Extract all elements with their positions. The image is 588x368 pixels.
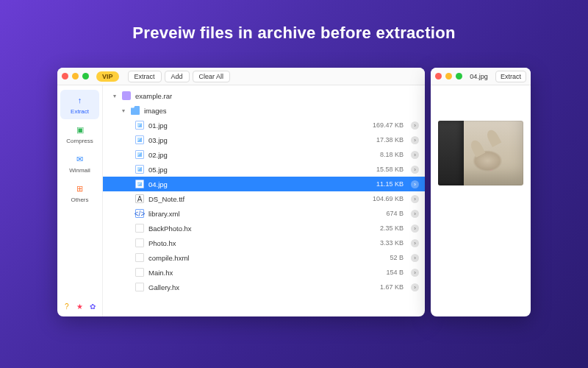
close-icon[interactable] — [62, 73, 68, 79]
file-row[interactable]: ADS_Note.ttf104.69 KB› — [103, 191, 425, 206]
main-window: VIP Extract Add Clear All ↑Extract▣Compr… — [57, 68, 425, 316]
chevron-down-icon[interactable]: ▾ — [121, 107, 126, 114]
file-size: 169.47 KB — [373, 121, 404, 129]
sidebar-item-extract[interactable]: ↑Extract — [60, 90, 99, 119]
file-row[interactable]: Main.hx154 B› — [103, 265, 425, 280]
info-icon[interactable]: › — [411, 254, 419, 262]
extract-icon: ↑ — [74, 94, 86, 106]
favorite-icon[interactable]: ★ — [75, 302, 84, 311]
sidebar-item-label: Winmail — [69, 167, 90, 174]
zoom-icon[interactable] — [456, 73, 462, 79]
preview-extract-button[interactable]: Extract — [495, 71, 526, 82]
info-icon[interactable]: › — [411, 166, 419, 174]
minimize-icon[interactable] — [72, 73, 79, 79]
file-size: 52 B — [390, 254, 404, 261]
generic-icon — [135, 224, 144, 233]
file-name: Main.hx — [148, 269, 381, 277]
tree-folder-label: images — [144, 107, 419, 115]
info-icon[interactable]: › — [411, 283, 419, 291]
generic-icon — [135, 253, 144, 262]
file-name: Photo.hx — [148, 239, 376, 247]
sidebar-item-winmail[interactable]: ✉Winmail — [60, 149, 99, 178]
file-name: Gallery.hx — [148, 283, 376, 291]
font-icon: A — [135, 194, 144, 203]
file-name: library.xml — [148, 210, 381, 218]
zoom-icon[interactable] — [82, 73, 89, 79]
minimize-icon[interactable] — [445, 73, 452, 79]
file-name: 01.jpg — [148, 121, 368, 130]
file-size: 3.33 KB — [380, 239, 404, 247]
file-size: 15.58 KB — [376, 166, 404, 173]
toolbar: Extract Add Clear All — [128, 71, 231, 82]
file-name: 02.jpg — [148, 151, 376, 159]
xml-icon: </> — [135, 209, 144, 218]
preview-image — [438, 121, 523, 185]
hero-title: Preveiw files in archive before extracti… — [0, 24, 588, 43]
extract-button[interactable]: Extract — [128, 71, 162, 82]
file-name: 04.jpg — [148, 180, 372, 188]
generic-icon — [135, 283, 144, 291]
img-icon — [135, 135, 144, 144]
img-icon — [135, 180, 144, 188]
preview-window: 04.jpg Extract — [431, 68, 531, 316]
file-name: 05.jpg — [148, 166, 372, 174]
file-size: 11.15 KB — [376, 180, 404, 188]
info-icon[interactable]: › — [411, 224, 419, 233]
file-row[interactable]: Gallery.hx1.67 KB› — [103, 280, 425, 294]
file-tree[interactable]: ▾ example.rar ▾ images 01.jpg169.47 KB›0… — [103, 85, 425, 316]
file-row[interactable]: 01.jpg169.47 KB› — [103, 118, 425, 132]
sidebar-item-others[interactable]: ⊞Others — [60, 178, 99, 208]
info-icon[interactable]: › — [411, 210, 419, 218]
vip-badge[interactable]: VIP — [96, 71, 119, 82]
traffic-lights[interactable] — [62, 73, 89, 79]
file-row[interactable]: compile.hxml52 B› — [103, 250, 425, 265]
file-size: 674 B — [386, 210, 404, 217]
file-name: BackPhoto.hx — [148, 224, 376, 233]
chevron-down-icon[interactable]: ▾ — [112, 93, 118, 99]
file-size: 104.69 KB — [373, 195, 404, 202]
info-icon[interactable]: › — [411, 151, 419, 159]
add-button[interactable]: Add — [165, 71, 190, 82]
info-icon[interactable]: › — [411, 239, 419, 247]
clearall-button[interactable]: Clear All — [193, 71, 231, 82]
info-icon[interactable]: › — [411, 121, 419, 130]
help-icon[interactable]: ? — [62, 302, 71, 311]
file-name: 03.jpg — [148, 136, 372, 144]
img-icon — [135, 150, 144, 159]
folder-icon — [131, 106, 140, 115]
file-size: 154 B — [386, 269, 404, 276]
info-icon[interactable]: › — [411, 136, 419, 144]
file-row[interactable]: 04.jpg11.15 KB› — [103, 177, 425, 191]
tree-root[interactable]: ▾ example.rar — [103, 88, 425, 103]
info-icon[interactable]: › — [411, 180, 419, 188]
sidebar-item-label: Extract — [71, 108, 89, 115]
others-icon: ⊞ — [74, 183, 86, 194]
archive-icon — [122, 91, 131, 100]
file-row[interactable]: 02.jpg8.18 KB› — [103, 147, 425, 162]
file-row[interactable]: 05.jpg15.58 KB› — [103, 162, 425, 177]
close-icon[interactable] — [435, 73, 442, 79]
file-row[interactable]: 03.jpg17.38 KB› — [103, 132, 425, 147]
sidebar-item-compress[interactable]: ▣Compress — [60, 119, 99, 149]
info-icon[interactable]: › — [411, 195, 419, 203]
sidebar-item-label: Compress — [66, 138, 93, 144]
file-name: DS_Note.ttf — [148, 195, 368, 203]
tree-root-label: example.rar — [135, 92, 419, 100]
preview-body — [431, 85, 531, 316]
file-name: compile.hxml — [148, 254, 385, 262]
file-size: 2.35 KB — [380, 224, 404, 232]
generic-icon — [135, 268, 144, 277]
tree-folder[interactable]: ▾ images — [103, 103, 425, 118]
file-row[interactable]: BackPhoto.hx2.35 KB› — [103, 221, 425, 236]
preview-title: 04.jpg — [467, 73, 491, 80]
file-size: 1.67 KB — [380, 283, 404, 291]
info-icon[interactable]: › — [411, 269, 419, 277]
settings-icon[interactable]: ✿ — [88, 302, 97, 311]
traffic-lights[interactable] — [435, 73, 462, 79]
winmail-icon: ✉ — [74, 153, 86, 165]
img-icon — [135, 121, 144, 130]
file-row[interactable]: </>library.xml674 B› — [103, 206, 425, 221]
img-icon — [135, 165, 144, 174]
compress-icon: ▣ — [74, 124, 86, 135]
file-row[interactable]: Photo.hx3.33 KB› — [103, 236, 425, 250]
